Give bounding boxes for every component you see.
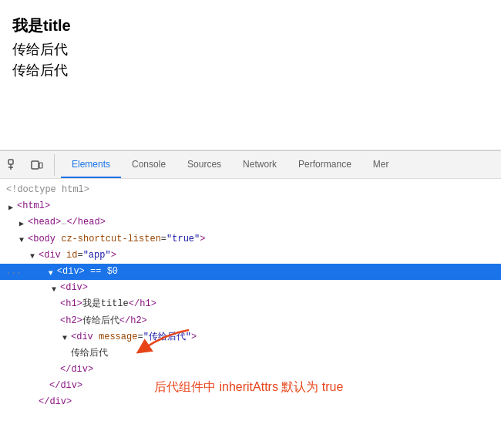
dom-line-h1[interactable]: <h1>我是title</h1> xyxy=(0,296,501,312)
dom-line-div-message[interactable]: ▼ <div message="传给后代"> xyxy=(0,329,501,345)
dom-line-div-highlighted[interactable]: ... ▼ <div> == $0 xyxy=(0,264,501,280)
dom-line-head[interactable]: ▶ <head>…</head> xyxy=(0,214,501,231)
devtools-tabs: Elements Console Sources Network Perform… xyxy=(61,151,399,178)
dom-line-html[interactable]: ▶ <html> xyxy=(0,198,501,214)
dom-line-div-close1[interactable]: </div> xyxy=(0,362,501,378)
svg-rect-3 xyxy=(32,161,39,169)
tab-console[interactable]: Console xyxy=(121,151,177,178)
svg-rect-4 xyxy=(39,163,42,168)
expand-arrow[interactable]: ▼ xyxy=(46,268,55,277)
annotation-arrow-svg xyxy=(135,326,197,357)
page-line2: 传给后代 xyxy=(12,60,489,81)
svg-rect-0 xyxy=(8,160,13,164)
device-toolbar-icon[interactable] xyxy=(26,154,48,176)
expand-arrow[interactable]: ▼ xyxy=(28,251,37,260)
dom-line-text-node[interactable]: 传给后代 xyxy=(0,345,501,362)
inspect-element-icon[interactable] xyxy=(3,154,25,176)
dom-line-div-close3[interactable]: </div> xyxy=(0,394,501,410)
dom-line-body[interactable]: ▼ <body cz-shortcut-listen="true"> xyxy=(0,231,501,248)
dom-tree: <!doctype html> ▶ <html> ▶ <head>…</head… xyxy=(0,179,501,414)
expand-arrow[interactable]: ▼ xyxy=(17,234,26,244)
dom-tree-panel[interactable]: <!doctype html> ▶ <html> ▶ <head>…</head… xyxy=(0,179,501,448)
dom-line-h2[interactable]: <h2>传给后代</h2> xyxy=(0,313,501,329)
annotation-text: 后代组件中 inheritAttrs 默认为 true xyxy=(154,379,343,396)
tab-elements[interactable]: Elements xyxy=(61,151,121,178)
expand-arrow[interactable]: ▼ xyxy=(60,332,69,342)
dom-line-div-inner[interactable]: ▼ <div> xyxy=(0,280,501,296)
expand-arrow[interactable]: ▶ xyxy=(6,202,15,211)
tab-performance[interactable]: Performance xyxy=(287,151,362,178)
browser-viewport: 我是title 传给后代 传给后代 xyxy=(0,0,501,150)
tab-sources[interactable]: Sources xyxy=(177,151,232,178)
tab-network[interactable]: Network xyxy=(232,151,287,178)
dom-line-div-app[interactable]: ▼ <div id="app"> xyxy=(0,248,501,264)
devtools-toolbar: Elements Console Sources Network Perform… xyxy=(0,151,501,179)
devtools-icon-group xyxy=(3,154,55,176)
tab-more[interactable]: Mer xyxy=(362,151,400,178)
expand-arrow[interactable]: ▼ xyxy=(49,284,59,293)
dom-line-doctype[interactable]: <!doctype html> xyxy=(0,182,501,198)
expand-arrow[interactable]: ▶ xyxy=(17,218,26,227)
devtools-panel: Elements Console Sources Network Perform… xyxy=(0,150,501,448)
page-line1: 传给后代 xyxy=(12,39,489,60)
page-title: 我是title xyxy=(12,15,489,36)
